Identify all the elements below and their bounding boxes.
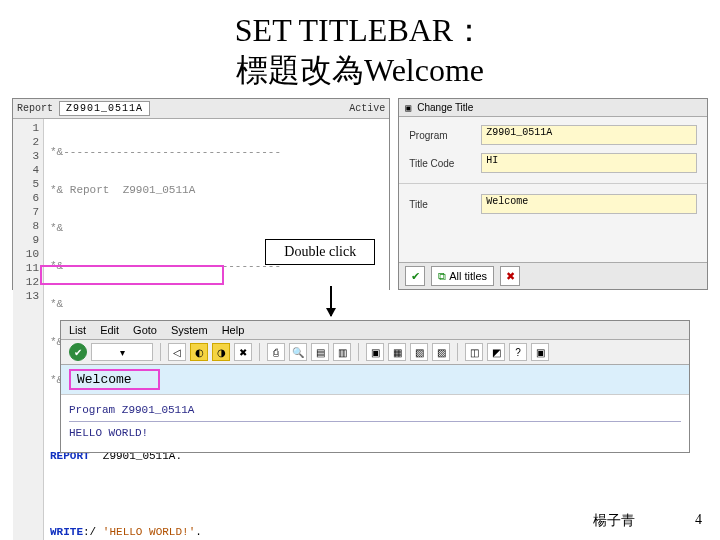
output-titlebar: Welcome <box>61 365 689 394</box>
tool-icon[interactable]: ▥ <box>333 343 351 361</box>
menu-item[interactable]: Edit <box>100 324 119 336</box>
tool-icon[interactable]: ✖ <box>234 343 252 361</box>
change-title-dialog: ▣ Change Title Program Z9901_0511A Title… <box>398 98 708 290</box>
title-line2: 標題改為Welcome <box>236 52 484 88</box>
editor-label: Report <box>17 103 53 114</box>
output-window: List Edit Goto System Help ✔ ▾ ◁ ◐ ◑ ✖ ⎙… <box>60 320 690 453</box>
tool-icon[interactable]: ▦ <box>388 343 406 361</box>
field-row-title: Title Welcome <box>409 194 697 214</box>
exit-icon[interactable]: ◐ <box>190 343 208 361</box>
tool-icon[interactable]: ▧ <box>410 343 428 361</box>
output-text-line: HELLO WORLD! <box>69 424 681 442</box>
title-value[interactable]: Welcome <box>481 194 697 214</box>
program-value[interactable]: Z9901_0511A <box>481 125 697 145</box>
program-name-field[interactable]: Z9901_0511A <box>59 101 150 116</box>
menu-item[interactable]: Goto <box>133 324 157 336</box>
top-row: Report Z9901_0511A Active 12345678910111… <box>0 98 720 290</box>
field-row-titlecode: Title Code HI <box>409 153 697 173</box>
abap-editor: Report Z9901_0511A Active 12345678910111… <box>12 98 390 290</box>
title-line1: SET TITLEBAR： <box>235 12 485 48</box>
tool-icon[interactable]: ▨ <box>432 343 450 361</box>
menu-item[interactable]: System <box>171 324 208 336</box>
title-label: Title <box>409 199 473 210</box>
output-menu[interactable]: List Edit Goto System Help <box>61 321 689 340</box>
titlecode-value[interactable]: HI <box>481 153 697 173</box>
ok-icon[interactable]: ✔ <box>69 343 87 361</box>
double-click-callout: Double click <box>265 239 375 265</box>
tool-icon[interactable]: ▤ <box>311 343 329 361</box>
dropdown-icon[interactable]: ▾ <box>91 343 153 361</box>
titlecode-label: Title Code <box>409 158 473 169</box>
tool-icon[interactable]: ▣ <box>531 343 549 361</box>
all-titles-button[interactable]: ⧉All titles <box>431 266 494 286</box>
slide-title: SET TITLEBAR： 標題改為Welcome <box>0 10 720 90</box>
tool-icon[interactable]: ◫ <box>465 343 483 361</box>
output-body: Program Z9901_0511A HELLO WORLD! <box>61 394 689 452</box>
find-icon[interactable]: 🔍 <box>289 343 307 361</box>
cancel-icon[interactable]: ✖ <box>500 266 520 286</box>
cancel-icon[interactable]: ◑ <box>212 343 230 361</box>
field-row-program: Program Z9901_0511A <box>409 125 697 145</box>
print-icon[interactable]: ⎙ <box>267 343 285 361</box>
dialog-toolbar: ✔ ⧉All titles ✖ <box>399 262 707 289</box>
slide-footer: 楊子青 4 <box>0 512 702 530</box>
help-icon[interactable]: ? <box>509 343 527 361</box>
page-number: 4 <box>695 512 702 530</box>
highlight-code-line <box>40 265 224 285</box>
back-icon[interactable]: ◁ <box>168 343 186 361</box>
dialog-title: ▣ Change Title <box>399 99 707 117</box>
output-toolbar: ✔ ▾ ◁ ◐ ◑ ✖ ⎙ 🔍 ▤ ▥ ▣ ▦ ▧ ▨ ◫ ◩ ? ▣ <box>61 340 689 365</box>
ok-icon[interactable]: ✔ <box>405 266 425 286</box>
line-numbers: 12345678910111213 <box>13 119 44 540</box>
editor-toolbar: Report Z9901_0511A Active <box>13 99 389 119</box>
editor-mode: Active <box>349 103 385 114</box>
menu-item[interactable]: List <box>69 324 86 336</box>
tool-icon[interactable]: ▣ <box>366 343 384 361</box>
menu-item[interactable]: Help <box>222 324 245 336</box>
author-name: 楊子青 <box>593 512 635 530</box>
tool-icon[interactable]: ◩ <box>487 343 505 361</box>
program-label: Program <box>409 130 473 141</box>
arrow-down <box>330 286 332 316</box>
welcome-title: Welcome <box>69 369 160 390</box>
output-program-line: Program Z9901_0511A <box>69 401 681 419</box>
